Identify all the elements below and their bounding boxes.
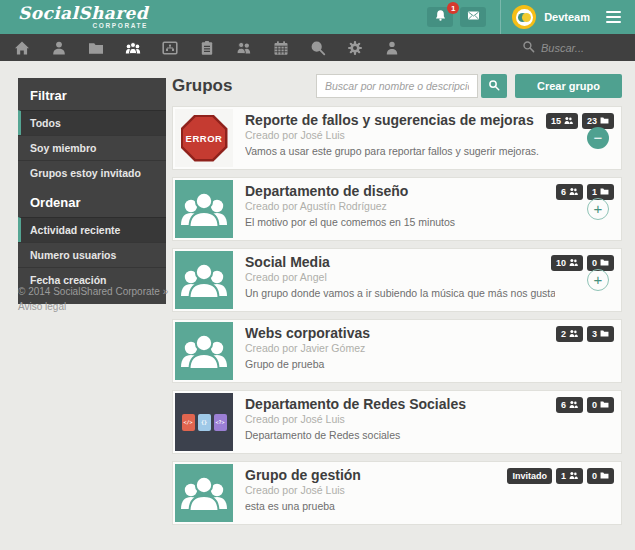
logo-subtitle: CORPORATE [18, 23, 148, 30]
folder-icon [600, 258, 609, 269]
error-sign-text: ERROR [186, 133, 223, 144]
group-badges: 15 23 [546, 113, 614, 129]
toggle-membership-button[interactable]: + [587, 269, 609, 291]
members-count-badge: 6 [556, 184, 583, 200]
main-nav [0, 34, 635, 61]
sidebar-item[interactable]: Soy miembro [18, 135, 166, 160]
copyright-footer: © 2014 SocialShared Corporate » Aviso le… [18, 284, 170, 314]
group-people-avatar [175, 251, 233, 309]
app-logo[interactable]: SocialShared CORPORATE [18, 5, 148, 30]
header-divider [500, 0, 501, 34]
avatar-logo-yellow-dot [522, 13, 531, 22]
menu-icon[interactable] [604, 9, 623, 26]
group-description: Grupo de prueba [245, 358, 555, 370]
group-description: Departamento de Redes sociales [245, 429, 555, 441]
messages-button[interactable] [460, 7, 486, 27]
members-count-badge: 10 [551, 255, 583, 271]
create-group-button[interactable]: Crear grupo [515, 74, 622, 98]
nav-settings-icon[interactable] [347, 40, 363, 56]
notifications-button[interactable]: 1 [427, 7, 453, 27]
toggle-membership-button[interactable]: − [587, 127, 609, 149]
page-title: Grupos [172, 76, 316, 96]
group-creator: Creado por José Luis [245, 484, 555, 496]
people-icon [569, 400, 578, 411]
group-creator: Creado por José Luis [245, 413, 555, 425]
envelope-icon [467, 9, 480, 25]
group-title: Reporte de fallos y sugerencias de mejor… [245, 112, 555, 128]
nav-profile-icon[interactable] [384, 40, 400, 56]
folder-icon [600, 329, 609, 340]
nav-members-icon[interactable] [236, 40, 252, 56]
group-card[interactable]: Webs corporativas Creado por Javier Góme… [172, 319, 622, 383]
group-description: El motivo por el que comemos en 15 minut… [245, 216, 555, 228]
nav-groups-icon[interactable] [125, 40, 141, 56]
members-count-badge: 6 [556, 397, 583, 413]
user-name[interactable]: Devteam [544, 11, 590, 23]
group-description: Vamos a usar este grupo para reportar fa… [245, 145, 555, 157]
filter-section-title: Filtrar [18, 78, 166, 110]
group-card[interactable]: Social Media Creado por Angel Un grupo d… [172, 248, 622, 312]
folder-icon [600, 116, 609, 127]
documents-count-badge: 0 [587, 468, 614, 484]
group-title: Webs corporativas [245, 325, 555, 341]
nav-tasks-icon[interactable] [199, 40, 215, 56]
group-creator: Creado por José Luis [245, 129, 555, 141]
group-card[interactable]: ERROR Reporte de fallos y sugerencias de… [172, 106, 622, 170]
group-people-avatar [175, 180, 233, 238]
group-badges: 6 1 [556, 184, 614, 200]
code-file-icon: </> [182, 414, 195, 431]
sidebar-item[interactable]: Grupos estoy invitado [18, 160, 166, 185]
group-card[interactable]: </>{}<?> Departamento de Redes Sociales … [172, 390, 622, 454]
app-header: SocialShared CORPORATE 1 Devteam [0, 0, 635, 34]
group-search-button[interactable] [481, 74, 507, 98]
sidebar: Filtrar TodosSoy miembroGrupos estoy inv… [18, 78, 166, 304]
user-avatar[interactable] [512, 5, 536, 29]
nav-home-icon[interactable] [14, 40, 30, 56]
group-badges: 2 3 [556, 326, 614, 342]
group-list: ERROR Reporte de fallos y sugerencias de… [172, 106, 622, 525]
nav-calendar-icon[interactable] [273, 40, 289, 56]
nav-search-icon[interactable] [310, 40, 326, 56]
documents-count-badge: 3 [587, 326, 614, 342]
nav-user-icon[interactable] [51, 40, 67, 56]
invited-badge: Invitado [507, 468, 552, 484]
notification-count-badge: 1 [447, 2, 459, 14]
main-content: Grupos Crear grupo ERROR Reporte de fall… [172, 74, 622, 532]
search-icon [488, 79, 500, 94]
sidebar-item[interactable]: Actividad reciente [18, 217, 166, 242]
group-card[interactable]: Departamento de diseño Creado por Agustí… [172, 177, 622, 241]
nav-search [522, 39, 621, 57]
group-description: esta es una prueba [245, 500, 555, 512]
app-window: SocialShared CORPORATE 1 Devteam [0, 0, 635, 550]
nav-folder-icon[interactable] [88, 40, 104, 56]
people-icon [569, 258, 578, 269]
members-count-badge: 15 [546, 113, 578, 129]
group-creator: Creado por Angel [245, 271, 555, 283]
code-file-icon: <?> [214, 414, 227, 431]
group-people-avatar [175, 464, 233, 522]
group-title: Social Media [245, 254, 555, 270]
people-icon [564, 116, 573, 127]
members-count-badge: 2 [556, 326, 583, 342]
global-search-input[interactable] [541, 42, 621, 54]
group-card[interactable]: Grupo de gestión Creado por José Luis es… [172, 461, 622, 525]
toggle-membership-button[interactable]: + [587, 198, 609, 220]
sidebar-item[interactable]: Numero usuarios [18, 242, 166, 267]
group-badges: Invitado 1 0 [507, 468, 614, 484]
folder-icon [600, 400, 609, 411]
group-badges: 6 0 [556, 397, 614, 413]
sidebar-item[interactable]: Todos [18, 110, 166, 135]
bell-icon [434, 9, 447, 25]
group-error-sign-avatar: ERROR [175, 109, 233, 167]
people-icon [569, 329, 578, 340]
group-description: Un grupo donde vamos a ir subiendo la mú… [245, 287, 555, 299]
group-search-input[interactable] [316, 74, 478, 98]
folder-icon [600, 187, 609, 198]
search-icon [522, 39, 535, 57]
members-count-badge: 1 [556, 468, 583, 484]
group-title: Departamento de diseño [245, 183, 555, 199]
group-code-files-avatar: </>{}<?> [175, 393, 233, 451]
nav-projects-icon[interactable] [162, 40, 178, 56]
group-title: Departamento de Redes Sociales [245, 396, 555, 412]
group-creator: Creado por Agustín Rodríguez [245, 200, 555, 212]
